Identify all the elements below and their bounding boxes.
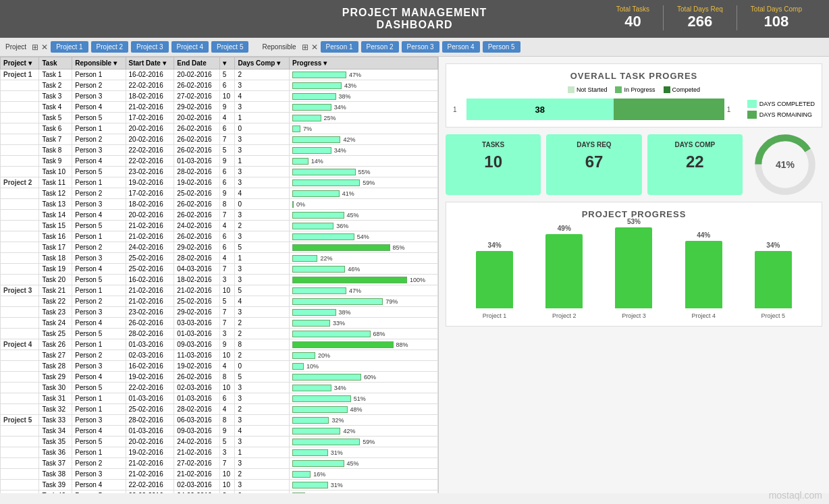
cell-end: 26-02-2016 xyxy=(174,372,219,383)
cell-start: 20-02-2016 xyxy=(126,123,174,134)
cell-task: Task 16 xyxy=(39,231,72,242)
clear-icon-responsible[interactable]: ✕ xyxy=(311,43,318,52)
project5-btn[interactable]: Project 5 xyxy=(211,41,248,53)
cell-start: 22-02-2016 xyxy=(126,383,174,393)
cell-person: Person 1 xyxy=(72,404,126,415)
cell-progress: 45% xyxy=(290,210,438,221)
cell-task: Task 26 xyxy=(39,339,72,350)
cell-project xyxy=(1,167,39,177)
cell-task: Task 6 xyxy=(39,123,72,134)
cell-end: 24-02-2016 xyxy=(174,437,219,447)
cell-end: 25-02-2016 xyxy=(174,188,219,199)
cell-end: 11-03-2016 xyxy=(174,350,219,361)
cell-y: 10 xyxy=(219,350,235,361)
cell-project: Project 3 xyxy=(1,285,39,296)
table-row: Project 5 Task 33 Person 3 28-02-2016 06… xyxy=(1,415,438,426)
cell-start: 25-02-2016 xyxy=(126,264,174,275)
table-row: Task 5 Person 5 17-02-2016 20-02-2016 4 … xyxy=(1,113,438,123)
col-responsible[interactable]: Reponsible ▾ xyxy=(72,57,126,69)
cell-start: 21-02-2016 xyxy=(126,102,174,113)
cell-comp: 2 xyxy=(235,221,290,231)
watermark: mostaql.com xyxy=(769,490,822,501)
cell-progress: 0% xyxy=(290,199,438,210)
cell-project xyxy=(1,426,39,437)
col-task[interactable]: Task xyxy=(39,57,72,69)
cell-y: 5 xyxy=(219,145,235,156)
cell-task: Task 40 xyxy=(39,491,72,494)
table-row: Task 32 Person 1 25-02-2016 28-02-2016 4… xyxy=(1,404,438,415)
filter-icon-project[interactable]: ⊞ xyxy=(32,43,38,52)
cell-comp: 2 xyxy=(235,404,290,415)
col-start[interactable]: Start Date ▾ xyxy=(126,57,174,69)
cell-progress: 54% xyxy=(290,231,438,242)
cell-task: Task 20 xyxy=(39,275,72,285)
table-row: Task 22 Person 2 21-02-2016 25-02-2016 5… xyxy=(1,296,438,307)
clear-icon-project[interactable]: ✕ xyxy=(41,43,48,52)
project1-btn[interactable]: Project 1 xyxy=(51,41,88,53)
col-y[interactable]: ▾ xyxy=(219,57,235,69)
project3-btn[interactable]: Project 3 xyxy=(131,41,168,53)
cell-start: 23-02-2016 xyxy=(126,307,174,318)
cell-comp: 1 xyxy=(235,156,290,167)
cell-start: 22-02-2016 xyxy=(126,80,174,91)
person1-btn[interactable]: Person 1 xyxy=(321,41,358,53)
filter-icon-responsible[interactable]: ⊞ xyxy=(302,43,309,52)
cell-y: 7 xyxy=(219,264,235,275)
cell-end: 04-03-2016 xyxy=(174,264,219,275)
cell-person: Person 4 xyxy=(72,264,126,275)
person4-btn[interactable]: Person 4 xyxy=(442,41,480,53)
cell-y: 6 xyxy=(219,123,235,134)
cell-y: 7 xyxy=(219,210,235,221)
table-row: Project 2 Task 11 Person 1 19-02-2016 19… xyxy=(1,177,438,188)
cell-y: 10 xyxy=(219,383,235,393)
cell-person: Person 5 xyxy=(72,113,126,123)
cell-comp: 3 xyxy=(235,264,290,275)
cell-end: 26-02-2016 xyxy=(174,145,219,156)
cell-y: 8 xyxy=(219,372,235,383)
cell-end: 02-03-2016 xyxy=(174,480,219,491)
cell-progress: 14% xyxy=(290,156,438,167)
cell-y: 5 xyxy=(219,69,235,80)
cell-project xyxy=(1,145,39,156)
project4-btn[interactable]: Project 4 xyxy=(171,41,209,53)
cell-task: Task 8 xyxy=(39,145,72,156)
table-row: Task 13 Person 3 18-02-2016 26-02-2016 8… xyxy=(1,199,438,210)
cell-end: 02-03-2016 xyxy=(174,383,219,393)
cell-comp: 0 xyxy=(235,491,290,494)
total-days-comp-stat: Total Days Comp 108 xyxy=(737,5,815,30)
cell-person: Person 4 xyxy=(72,318,126,329)
cell-person: Person 4 xyxy=(72,372,126,383)
header-stats: Total Tasks 40 Total Days Req 266 Total … xyxy=(603,5,815,30)
cell-comp: 1 xyxy=(235,113,290,123)
cell-project xyxy=(1,275,39,285)
col-project[interactable]: Project ▾ xyxy=(1,57,39,69)
cell-start: 21-02-2016 xyxy=(126,221,174,231)
cell-person: Person 4 xyxy=(72,102,126,113)
col-end[interactable]: End Date xyxy=(174,57,219,69)
cell-person: Person 1 xyxy=(72,393,126,404)
col-days-comp[interactable]: Days Comp ▾ xyxy=(235,57,290,69)
cell-start: 19-02-2016 xyxy=(126,447,174,458)
person2-btn[interactable]: Person 2 xyxy=(361,41,399,53)
person5-btn[interactable]: Person 5 xyxy=(483,41,520,53)
cell-comp: 4 xyxy=(235,426,290,437)
cell-end: 20-02-2016 xyxy=(174,69,219,80)
bar-group: 49% Project 2 xyxy=(545,225,583,319)
col-progress[interactable]: Progress ▾ xyxy=(290,57,438,69)
cell-comp: 2 xyxy=(235,350,290,361)
cell-comp: 0 xyxy=(235,361,290,372)
cell-task: Task 17 xyxy=(39,242,72,253)
cell-y: 4 xyxy=(219,113,235,123)
cell-comp: 0 xyxy=(235,123,290,134)
cell-y: 9 xyxy=(219,156,235,167)
cell-progress: 25% xyxy=(290,113,438,123)
cell-start: 19-02-2016 xyxy=(126,177,174,188)
cell-start: 16-02-2016 xyxy=(126,69,174,80)
cell-comp: 5 xyxy=(235,285,290,296)
person3-btn[interactable]: Person 3 xyxy=(402,41,439,53)
cell-comp: 3 xyxy=(235,167,290,177)
cell-progress: 32% xyxy=(290,415,438,426)
cell-task: Task 14 xyxy=(39,210,72,221)
project2-btn[interactable]: Project 2 xyxy=(91,41,128,53)
cell-end: 29-02-2016 xyxy=(174,307,219,318)
